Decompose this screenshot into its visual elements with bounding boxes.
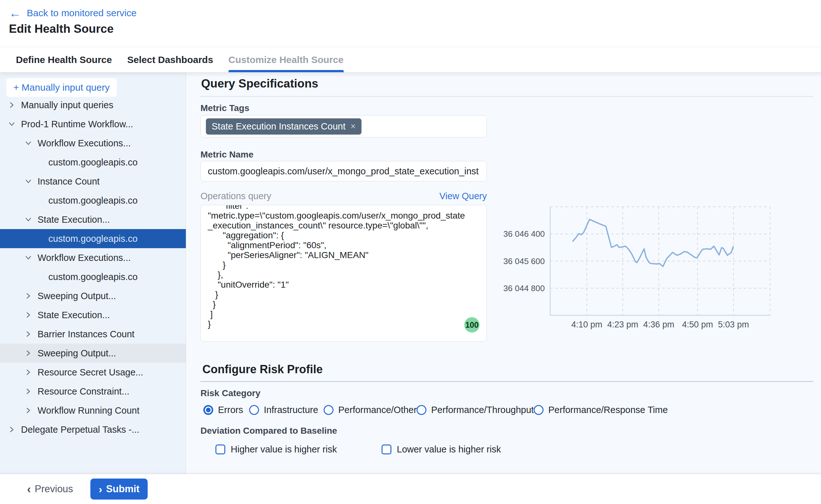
radio-performance-other[interactable]: Performance/Other: [324, 403, 417, 417]
back-link[interactable]: ← Back to monitored service: [9, 7, 137, 19]
radio-icon[interactable]: [324, 405, 333, 415]
operations-query-label: Operations query: [200, 191, 271, 201]
chevron-right-icon[interactable]: [24, 349, 32, 357]
tree-item[interactable]: State Execution...: [0, 305, 186, 325]
remove-tag-icon[interactable]: ×: [351, 122, 356, 131]
metric-name-value: custom.googleapis.com/user/x_mongo_prod_…: [208, 166, 479, 177]
tree-item[interactable]: Sweeping Output...: [0, 286, 186, 305]
tree-item-label: State Execution...: [38, 310, 110, 320]
chevron-down-icon[interactable]: [24, 215, 32, 224]
chevron-down-icon[interactable]: [24, 177, 32, 185]
metric-name-label: Metric Name: [200, 150, 254, 160]
radio-errors[interactable]: Errors: [203, 403, 243, 417]
tree-item-label: Resource Secret Usage...: [38, 367, 143, 378]
operations-query-textarea[interactable]: "filter": "metric.type=\"custom.googleap…: [200, 205, 487, 342]
tree-item[interactable]: Barrier Instances Count: [0, 325, 186, 344]
operations-query-row: Operations query View Query: [200, 191, 487, 201]
configure-risk-profile-heading: Configure Risk Profile: [202, 363, 323, 376]
checkbox-label: Higher value is higher risk: [231, 444, 337, 455]
tree-item-label: custom.googleapis.co: [48, 234, 138, 244]
checkbox-icon[interactable]: [382, 445, 391, 454]
radio-label: Performance/Other: [338, 405, 417, 415]
radio-infrastructure[interactable]: Infrastructure: [249, 403, 318, 417]
tree-item[interactable]: Workflow Executions...: [0, 134, 186, 153]
tree-item[interactable]: Resource Constraint...: [0, 382, 186, 401]
radio-icon[interactable]: [249, 405, 259, 415]
tree-item-label: Workflow Executions...: [38, 253, 131, 263]
tree-item[interactable]: State Execution...: [0, 210, 186, 229]
submit-button[interactable]: › Submit: [90, 479, 148, 500]
tree-item[interactable]: Workflow Executions...: [0, 248, 186, 267]
tree-item-label: custom.googleapis.co: [48, 272, 138, 282]
metric-name-input[interactable]: custom.googleapis.com/user/x_mongo_prod_…: [200, 161, 487, 181]
tree-item[interactable]: Sweeping Output...: [0, 344, 186, 363]
tree-item-label: Workflow Executions...: [38, 138, 131, 149]
radio-label: Errors: [218, 405, 243, 415]
chevron-right-icon[interactable]: [8, 425, 16, 434]
checkbox-icon[interactable]: [215, 445, 225, 454]
risk-category-label: Risk Category: [200, 388, 260, 398]
chevron-right-icon[interactable]: [24, 292, 32, 300]
add-query-button[interactable]: + Manually input query: [6, 78, 117, 97]
tree-item[interactable]: custom.googleapis.co: [0, 153, 186, 172]
risk-section-divider: [200, 381, 813, 382]
chevron-down-icon[interactable]: [24, 254, 32, 262]
tree-item[interactable]: custom.googleapis.co: [0, 229, 186, 248]
tab-customize-health-source[interactable]: Customize Health Source: [228, 47, 344, 72]
radio-icon[interactable]: [534, 405, 544, 415]
tree-item[interactable]: Delegate Perpetual Tasks -...: [0, 420, 186, 439]
view-query-link[interactable]: View Query: [439, 191, 487, 201]
chevron-right-icon[interactable]: [8, 101, 16, 109]
metric-tag-chip: State Execution Instances Count ×: [206, 118, 361, 135]
chevron-down-icon[interactable]: [8, 120, 16, 128]
tree-item[interactable]: custom.googleapis.co: [0, 191, 186, 210]
radio-performance-response-time[interactable]: Performance/Response Time: [534, 403, 668, 417]
page-title: Edit Health Source: [9, 22, 114, 36]
deviation-options: Higher value is higher riskLower value i…: [186, 442, 821, 456]
submit-button-label: Submit: [106, 483, 139, 495]
tree-item[interactable]: Manually input queries: [0, 95, 186, 115]
footer-bar: ‹ Previous › Submit: [0, 474, 821, 504]
chevron-right-icon: ›: [99, 484, 102, 494]
tree-item-label: Delegate Perpetual Tasks -...: [21, 424, 139, 435]
metric-tag-chip-label: State Execution Instances Count: [212, 121, 346, 132]
query-specifications-heading: Query Specifications: [201, 77, 318, 90]
tree-item-label: custom.googleapis.co: [48, 195, 138, 206]
tab-define-health-source[interactable]: Define Health Source: [16, 47, 112, 72]
operations-query-text: "filter": "metric.type=\"custom.googleap…: [201, 205, 487, 329]
chevron-right-icon[interactable]: [24, 406, 32, 415]
tree-item[interactable]: Prod-1 Runtime Workflow...: [0, 115, 186, 134]
deviation-label: Deviation Compared to Baseline: [200, 426, 337, 436]
chevron-right-icon[interactable]: [24, 311, 32, 319]
metric-preview-chart: 36 046 40036 045 60036 044 8004:10 pm4:2…: [496, 204, 818, 334]
chevron-right-icon[interactable]: [24, 368, 32, 376]
tab-bar: Define Health Source Select Dashboards C…: [0, 47, 821, 73]
radio-performance-throughput[interactable]: Performance/Throughput: [417, 403, 534, 417]
tree-item-label: custom.googleapis.co: [48, 157, 138, 168]
checkbox-lower-value-is-higher-risk[interactable]: Lower value is higher risk: [382, 442, 501, 456]
tree-item[interactable]: custom.googleapis.co: [0, 267, 186, 286]
tree-item-label: Sweeping Output...: [38, 348, 116, 359]
checkbox-label: Lower value is higher risk: [397, 444, 501, 455]
tab-select-dashboards[interactable]: Select Dashboards: [127, 47, 213, 72]
tree-item-label: Instance Count: [38, 176, 100, 187]
metric-tags-label: Metric Tags: [200, 103, 249, 113]
metric-tags-input[interactable]: State Execution Instances Count ×: [200, 115, 487, 137]
tree-item[interactable]: Resource Secret Usage...: [0, 363, 186, 382]
section-divider: [200, 96, 813, 97]
chevron-right-icon[interactable]: [24, 330, 32, 338]
radio-icon[interactable]: [417, 405, 426, 415]
previous-button[interactable]: ‹ Previous: [27, 474, 73, 504]
chevron-down-icon[interactable]: [24, 139, 32, 147]
svg-text:36 044 800: 36 044 800: [503, 283, 545, 293]
back-link-label: Back to monitored service: [27, 8, 137, 18]
svg-text:36 046 400: 36 046 400: [503, 229, 545, 239]
back-arrow-icon: ←: [9, 7, 21, 19]
tree-item-label: Sweeping Output...: [38, 291, 116, 301]
tree-item[interactable]: Workflow Running Count: [0, 401, 186, 420]
tree-item[interactable]: Instance Count: [0, 172, 186, 191]
radio-icon[interactable]: [203, 405, 213, 415]
checkbox-higher-value-is-higher-risk[interactable]: Higher value is higher risk: [215, 442, 337, 456]
radio-label: Performance/Throughput: [431, 405, 534, 415]
chevron-right-icon[interactable]: [24, 387, 32, 395]
